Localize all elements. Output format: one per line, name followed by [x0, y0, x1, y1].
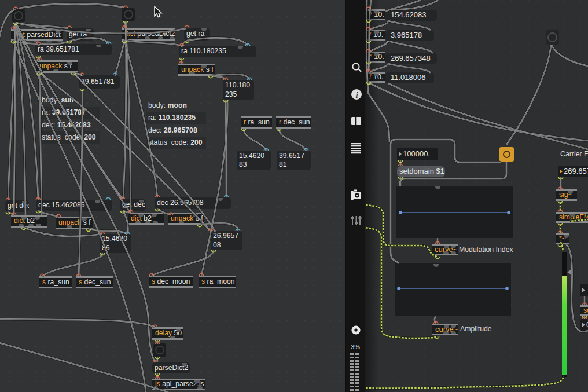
svg-text:i: i — [355, 90, 358, 100]
svg-text:3%: 3% — [351, 343, 360, 350]
